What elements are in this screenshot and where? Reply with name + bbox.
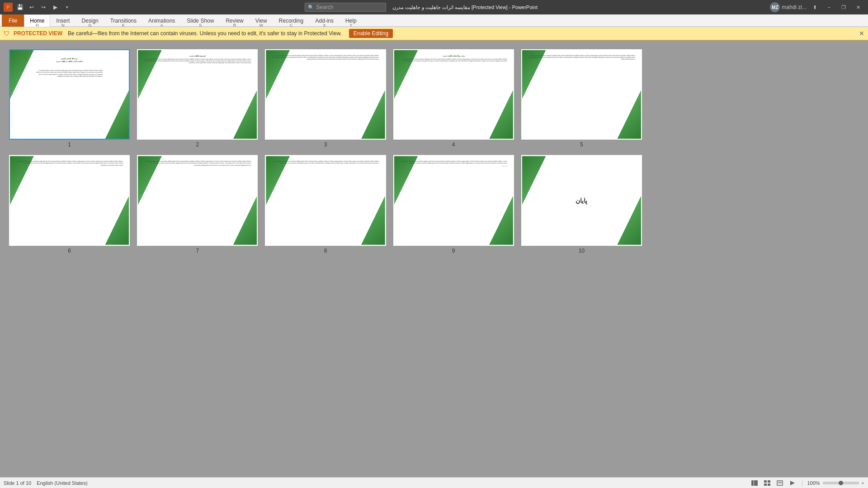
protected-view-message: Be careful—files from the Internet can c… [68, 30, 342, 37]
language-indicator: English (United States) [37, 480, 88, 486]
user-area: MZ mahdi zi... [770, 2, 807, 12]
status-bar: Slide 1 of 10 English (United States) 10… [0, 477, 868, 488]
slide-item-7[interactable]: Lorem ipsum dolor sit amet consectetur a… [137, 155, 258, 253]
slideshow-view-btn[interactable] [788, 479, 797, 487]
slide-number-9: 9 [452, 248, 455, 254]
protected-view-bar: 🛡 PROTECTED VIEW Be careful—files from t… [0, 27, 868, 40]
protected-view-label: PROTECTED VIEW [14, 30, 62, 37]
redo-btn[interactable]: ↪ [38, 2, 49, 13]
tab-transitions[interactable]: TransitionsK [104, 14, 142, 27]
slide-number-1: 1 [68, 141, 71, 148]
reading-view-btn[interactable] [775, 479, 785, 487]
slide-thumbnail-9[interactable]: Lorem ipsum dolor sit amet consectetur a… [393, 155, 514, 245]
slide-number-7: 7 [196, 248, 199, 254]
svg-marker-9 [790, 481, 795, 485]
share-btn[interactable]: ⬆ [808, 2, 821, 12]
zoom-percent: 100% [807, 480, 820, 486]
slide-thumbnail-10[interactable]: پایان [521, 155, 642, 245]
tab-slideshow[interactable]: Slide ShowS [181, 14, 220, 27]
slide-item-10[interactable]: پایان 10 [521, 155, 642, 253]
app-icon: P [4, 3, 13, 12]
normal-view-btn[interactable] [750, 479, 760, 487]
shield-icon: 🛡 [4, 30, 10, 37]
slide-item-5[interactable]: Lorem ipsum dolor sit amet consectetur a… [521, 49, 642, 148]
customize-qa-btn[interactable]: ▾ [61, 2, 72, 13]
title-bar-left: P 💾 ↩ ↪ ▶ ▾ [4, 2, 72, 13]
ribbon-tabs: File HomeH InsertN DesignG TransitionsK … [0, 14, 868, 27]
svg-rect-4 [764, 483, 767, 486]
slide-thumbnail-5[interactable]: Lorem ipsum dolor sit amet consectetur a… [521, 49, 642, 140]
tab-help[interactable]: HelpY [340, 14, 363, 27]
status-left: Slide 1 of 10 English (United States) [4, 480, 88, 486]
slide-item-1[interactable]: بسم الله الرحمن الرحیم مقایسه اثرات جاهل… [9, 49, 130, 148]
tab-file[interactable]: File [2, 14, 24, 27]
svg-rect-5 [768, 483, 770, 486]
tab-animations[interactable]: AnimationsA [142, 14, 181, 27]
slide-thumbnail-3[interactable]: Lorem ipsum dolor sit amet consectetur a… [265, 49, 386, 140]
user-name: mahdi zi... [782, 4, 807, 10]
save-quick-btn[interactable]: 💾 [14, 2, 25, 13]
quick-access-toolbar: 💾 ↩ ↪ ▶ ▾ [14, 2, 72, 13]
slide-thumbnail-6[interactable]: Lorem ipsum dolor sit amet consectetur a… [9, 155, 130, 245]
slide-end-text: پایان [576, 197, 587, 204]
slide-item-9[interactable]: Lorem ipsum dolor sit amet consectetur a… [393, 155, 514, 253]
slides-panel: بسم الله الرحمن الرحیم مقایسه اثرات جاهل… [0, 40, 868, 477]
slide-thumbnail-2[interactable]: فرم ویژه جاهلیت مدرن Lorem ipsum dolor s… [137, 49, 258, 140]
tab-home[interactable]: HomeH [24, 14, 50, 27]
tab-addins[interactable]: Add-insX [309, 14, 340, 27]
slide-number-4: 4 [452, 141, 455, 148]
slide-thumbnail-8[interactable]: Lorem ipsum dolor sit amet consectetur a… [265, 155, 386, 245]
slide-thumbnail-1[interactable]: بسم الله الرحمن الرحیم مقایسه اثرات جاهل… [9, 49, 130, 140]
slide-number-6: 6 [68, 248, 71, 254]
document-title: مقایسه اثرات جاهلیت و جاهلیت مدرن [Prote… [392, 5, 538, 10]
slide-item-4[interactable]: برخی ویژگی‌های جاهلیت مدرن: Lorem ipsum … [393, 49, 514, 148]
main-area: بسم الله الرحمن الرحیم مقایسه اثرات جاهل… [0, 40, 868, 477]
slide-number-8: 8 [324, 248, 327, 254]
svg-rect-1 [754, 480, 758, 486]
restore-btn[interactable]: ❐ [837, 2, 850, 12]
slide-thumbnail-4[interactable]: برخی ویژگی‌های جاهلیت مدرن: Lorem ipsum … [393, 49, 514, 140]
slide-item-3[interactable]: Lorem ipsum dolor sit amet consectetur a… [265, 49, 386, 148]
slides-grid: بسم الله الرحمن الرحیم مقایسه اثرات جاهل… [9, 49, 642, 254]
slide-item-2[interactable]: فرم ویژه جاهلیت مدرن Lorem ipsum dolor s… [137, 49, 258, 148]
zoom-slider[interactable] [823, 482, 859, 484]
close-btn[interactable]: ✕ [852, 2, 864, 12]
svg-rect-0 [751, 480, 754, 486]
slide-number-5: 5 [580, 141, 583, 148]
slide-number-10: 10 [579, 248, 585, 254]
slide-sorter-btn[interactable] [762, 479, 772, 487]
close-protected-bar-btn[interactable]: ✕ [859, 30, 864, 37]
enable-editing-button[interactable]: Enable Editing [349, 29, 393, 38]
slide-number-3: 3 [324, 141, 327, 148]
slide-number-2: 2 [196, 141, 199, 148]
title-bar-right: MZ mahdi zi... ⬆ − ❐ ✕ [770, 2, 864, 12]
tab-view[interactable]: ViewW [250, 14, 273, 27]
slide-info: Slide 1 of 10 [4, 480, 31, 486]
title-bar: P 💾 ↩ ↪ ▶ ▾ 🔍 مقایسه اثرات جاهلیت و جاهل… [0, 0, 868, 14]
slide-item-6[interactable]: Lorem ipsum dolor sit amet consectetur a… [9, 155, 130, 253]
undo-btn[interactable]: ↩ [26, 2, 37, 13]
tab-recording[interactable]: RecordingC [273, 14, 310, 27]
tab-insert[interactable]: InsertN [50, 14, 75, 27]
tab-review[interactable]: ReviewR [220, 14, 249, 27]
user-avatar: MZ [770, 2, 780, 12]
minimize-btn[interactable]: − [823, 2, 835, 12]
slide-thumbnail-7[interactable]: Lorem ipsum dolor sit amet consectetur a… [137, 155, 258, 245]
svg-rect-3 [768, 480, 770, 483]
presentation-btn[interactable]: ▶ [50, 2, 61, 13]
window-title: 🔍 مقایسه اثرات جاهلیت و جاهلیت مدرن [Pro… [72, 3, 770, 12]
tab-design[interactable]: DesignG [75, 14, 104, 27]
search-input[interactable] [316, 4, 379, 10]
svg-rect-2 [764, 480, 767, 483]
status-divider [802, 480, 802, 486]
zoom-in-btn[interactable]: + [862, 480, 864, 486]
status-right: 100% + [750, 479, 864, 487]
slide-item-8[interactable]: Lorem ipsum dolor sit amet consectetur a… [265, 155, 386, 253]
ribbon: File HomeH InsertN DesignG TransitionsK … [0, 14, 868, 27]
